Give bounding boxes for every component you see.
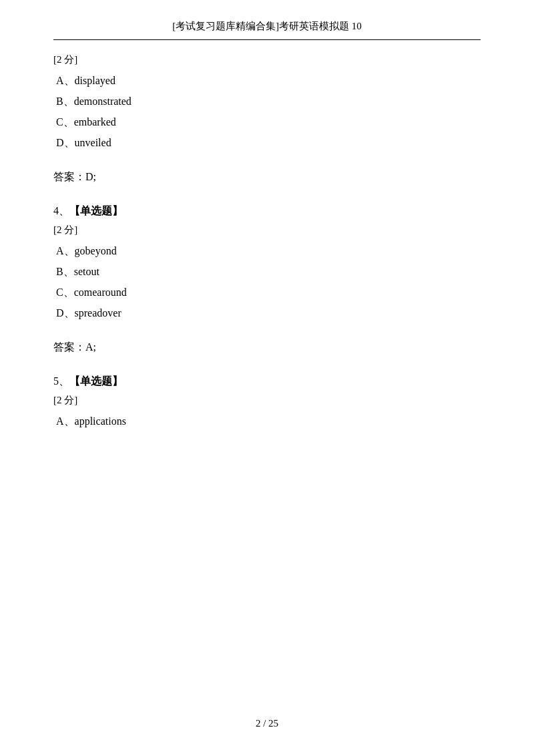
- question-3-option-c: C、embarked: [53, 116, 481, 130]
- question-3-option-d: D、unveiled: [53, 136, 481, 150]
- answer-4: 答案：A;: [53, 341, 481, 355]
- question-3-option-a: A、displayed: [53, 74, 481, 88]
- question-3-option-b: B、demonstrated: [53, 95, 481, 109]
- page-header: [考试复习题库精编合集]考研英语模拟题 10: [53, 20, 481, 33]
- question-4-block: 4、【单选题】 [2 分] A、gobeyond B、setout C、come…: [53, 204, 481, 321]
- question-5-block: 5、【单选题】 [2 分] A、applications: [53, 375, 481, 429]
- question-5-label: 5、【单选题】: [53, 375, 481, 389]
- question-4-type: 【单选题】: [69, 205, 123, 216]
- header-divider: [53, 39, 481, 40]
- question-4-option-d: D、spreadover: [53, 307, 481, 321]
- question-5-number: 5、: [53, 375, 69, 387]
- page-container: [考试复习题库精编合集]考研英语模拟题 10 [2 分] A、displayed…: [0, 0, 534, 756]
- question-5-type: 【单选题】: [69, 375, 123, 387]
- question-4-number: 4、: [53, 205, 69, 216]
- question-5-option-a: A、applications: [53, 415, 481, 429]
- answer-3: 答案：D;: [53, 170, 481, 184]
- question-3-block: [2 分] A、displayed B、demonstrated C、embar…: [53, 53, 481, 150]
- question-4-option-b: B、setout: [53, 265, 481, 279]
- question-4-score: [2 分]: [53, 224, 481, 236]
- question-3-score: [2 分]: [53, 53, 481, 66]
- question-5-score: [2 分]: [53, 394, 481, 407]
- page-title: [考试复习题库精编合集]考研英语模拟题 10: [172, 21, 362, 31]
- question-4-option-a: A、gobeyond: [53, 244, 481, 258]
- page-number: 2 / 25: [0, 718, 534, 729]
- question-4-option-c: C、comearound: [53, 286, 481, 300]
- question-4-label: 4、【单选题】: [53, 204, 481, 218]
